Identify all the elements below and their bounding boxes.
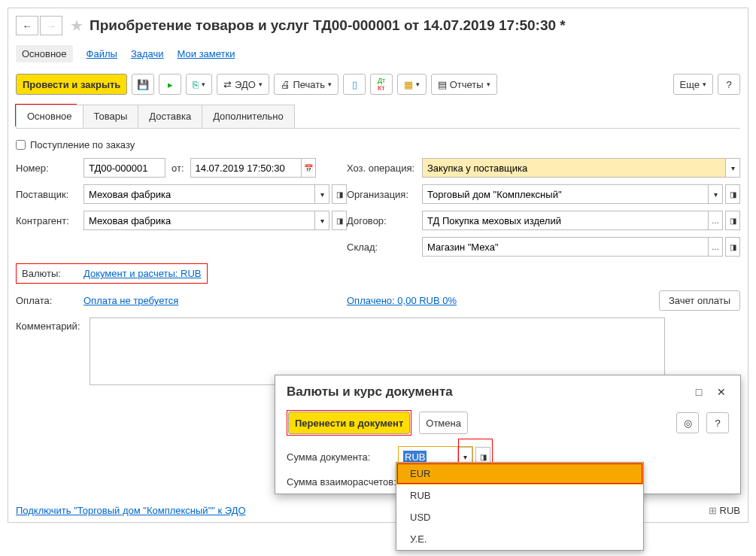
dropdown-item-ue[interactable]: У.Е.	[396, 528, 643, 550]
calendar-icon: 📅	[304, 164, 313, 172]
warehouse-label: Склад:	[347, 242, 422, 253]
attach-button[interactable]: ◎	[676, 412, 699, 433]
more-button[interactable]: Еще▾	[673, 74, 713, 95]
post-and-close-button[interactable]: Провести и закрыть	[16, 74, 127, 95]
nav-bar: Основное Файлы Задачи Мои заметки	[8, 39, 748, 71]
cancel-button[interactable]: Отмена	[419, 412, 468, 434]
caret-icon: ▾	[202, 81, 205, 88]
apply-button[interactable]: Перенести в документ	[288, 412, 410, 434]
operation-input[interactable]	[422, 158, 725, 178]
based-on-icon: ⎘	[193, 79, 199, 90]
nav-notes[interactable]: Мои заметки	[178, 48, 235, 59]
by-order-checkbox[interactable]	[16, 140, 26, 150]
tab-goods[interactable]: Товары	[83, 105, 139, 128]
supplier-label: Поставщик:	[16, 189, 83, 200]
by-order-row: Поступление по заказу	[16, 138, 740, 158]
warehouse-more-button[interactable]: …	[708, 237, 723, 257]
payment-link[interactable]: Оплата не требуется	[83, 295, 178, 306]
supplier-dropdown-button[interactable]: ▾	[314, 184, 329, 204]
counterparty-label: Контрагент:	[16, 215, 83, 226]
caret-icon: ▾	[703, 81, 706, 88]
reports-button[interactable]: ▤ Отчеты▾	[431, 74, 497, 95]
dialog-title: Валюты и курс документа	[287, 384, 684, 400]
dialog-help-button[interactable]: ?	[706, 412, 729, 433]
page-icon: ▯	[352, 79, 357, 90]
doc-currency-value: RUB	[403, 451, 427, 463]
org-dropdown-button[interactable]: ▾	[708, 184, 723, 204]
dropdown-item-usd[interactable]: USD	[396, 506, 643, 528]
paid-link[interactable]: Оплачено: 0,00 RUB 0%	[347, 295, 457, 306]
payment-label: Оплата:	[16, 295, 83, 306]
by-order-label: Поступление по заказу	[30, 139, 135, 150]
currency-highlight-box: Валюты: Документ и расчеты: RUB	[16, 263, 208, 284]
contract-more-button[interactable]: …	[708, 211, 723, 230]
caret-icon: ▾	[416, 81, 420, 88]
warehouse-open-button[interactable]: ◨	[725, 237, 740, 257]
form-body: Поступление по заказу Номер: от: 📅 Хоз. …	[8, 129, 748, 401]
date-input[interactable]	[190, 158, 301, 178]
number-label: Номер:	[16, 163, 83, 174]
files-button[interactable]: ▯	[343, 74, 366, 95]
dtkt-button[interactable]: ДтКт	[370, 74, 393, 95]
org-open-button[interactable]: ◨	[725, 184, 740, 204]
payment-offset-button[interactable]: Зачет оплаты	[659, 290, 740, 311]
doc-sum-label: Сумма документа:	[287, 451, 398, 463]
operation-dropdown-button[interactable]: ▾	[725, 158, 740, 178]
favorite-star-icon[interactable]: ★	[70, 17, 83, 35]
connect-edo-link[interactable]: Подключить "Торговый дом "Комплексный"" …	[16, 505, 246, 516]
forward-button[interactable]: →	[40, 16, 62, 35]
org-label: Организация:	[347, 189, 422, 200]
currency-label: Валюты:	[22, 268, 83, 279]
help-button[interactable]: ?	[718, 74, 740, 95]
edo-button[interactable]: ⇄ ЭДО▾	[217, 74, 269, 95]
currency-icon: ⊞	[709, 505, 717, 516]
counterparty-open-button[interactable]: ◨	[332, 211, 347, 230]
counterparty-dropdown-button[interactable]: ▾	[314, 211, 329, 230]
post-button[interactable]: ▸	[159, 74, 181, 95]
org-input[interactable]	[422, 184, 708, 204]
supplier-input[interactable]	[83, 184, 314, 204]
rub-label: RUB	[720, 505, 740, 516]
warehouse-input[interactable]	[422, 237, 708, 257]
comment-label: Комментарий:	[16, 317, 90, 332]
counterparty-input[interactable]	[83, 211, 314, 230]
nav-main[interactable]: Основное	[16, 45, 73, 62]
calendar-button[interactable]: 📅	[301, 158, 316, 178]
edo-icon: ⇄	[223, 79, 232, 90]
printer-icon: 🖨	[281, 79, 290, 90]
back-button[interactable]: ←	[16, 16, 38, 35]
caret-icon: ▾	[487, 81, 490, 88]
document-title: Приобретение товаров и услуг ТД00-000001…	[90, 17, 566, 34]
contract-input[interactable]	[422, 211, 708, 230]
create-based-on-button[interactable]: ⎘▾	[186, 74, 212, 95]
window-header: ← → ★ Приобретение товаров и услуг ТД00-…	[8, 8, 748, 39]
tab-additional[interactable]: Дополнительно	[202, 105, 295, 128]
dropdown-item-rub[interactable]: RUB	[396, 485, 643, 506]
currency-link[interactable]: Документ и расчеты: RUB	[83, 268, 202, 279]
tab-main[interactable]: Основное	[16, 105, 83, 128]
contract-open-button[interactable]: ◨	[725, 211, 740, 230]
number-input[interactable]	[83, 158, 165, 178]
tabs: Основное Товары Доставка Дополнительно	[16, 105, 740, 129]
post-icon: ▸	[168, 79, 173, 90]
from-label: от:	[172, 163, 184, 174]
tab-delivery[interactable]: Доставка	[138, 105, 202, 128]
contract-label: Договор:	[347, 215, 422, 226]
caret-icon: ▾	[328, 81, 332, 88]
print-button[interactable]: 🖨 Печать▾	[274, 74, 339, 95]
main-toolbar: Провести и закрыть 💾 ▸ ⎘▾ ⇄ ЭДО▾ 🖨 Печат…	[8, 71, 748, 102]
nav-tasks[interactable]: Задачи	[131, 48, 164, 59]
structure-button[interactable]: ▦▾	[397, 74, 427, 95]
supplier-open-button[interactable]: ◨	[332, 184, 347, 204]
dtkt-icon: ДтКт	[378, 77, 385, 92]
close-button[interactable]: ✕	[714, 384, 729, 400]
save-button[interactable]: 💾	[132, 74, 154, 95]
dropdown-item-eur[interactable]: EUR	[396, 463, 643, 485]
settle-sum-label: Сумма взаиморасчетов:	[287, 476, 398, 488]
currency-dropdown-list: EUR RUB USD У.Е.	[396, 462, 644, 551]
maximize-button[interactable]: □	[691, 384, 706, 400]
structure-icon: ▦	[404, 79, 413, 90]
operation-label: Хоз. операция:	[347, 163, 422, 174]
reports-icon: ▤	[438, 79, 447, 90]
nav-files[interactable]: Файлы	[87, 48, 117, 59]
